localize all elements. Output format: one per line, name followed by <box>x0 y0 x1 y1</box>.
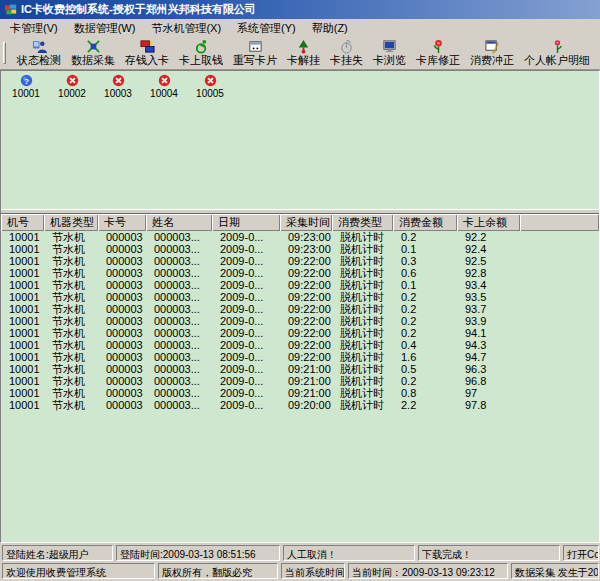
table-cell: 节水机 <box>44 351 98 363</box>
table-row[interactable]: 10001节水机000003000003...2009-0...09:22:00… <box>1 291 599 303</box>
table-cell: 10001 <box>1 387 44 399</box>
column-header-7[interactable]: 消费金额 <box>393 214 457 231</box>
column-header-5[interactable]: 采集时间 <box>280 214 332 231</box>
card-db-fix-button[interactable]: 卡库修正 <box>411 38 465 69</box>
table-cell: 000003 <box>98 399 146 411</box>
table-cell-filler <box>520 339 599 351</box>
table-cell: 节水机 <box>44 231 98 243</box>
column-header-2[interactable]: 卡号 <box>98 214 146 231</box>
table-cell: 2009-0... <box>212 231 280 243</box>
table-cell: 09:22:00 <box>280 303 332 315</box>
card-browse-button[interactable]: 卡浏览 <box>368 38 411 69</box>
menu-data-management[interactable]: 数据管理(W) <box>66 19 144 38</box>
table-body: 10001节水机000003000003...2009-0...09:23:00… <box>1 231 599 411</box>
table-cell: 10001 <box>1 255 44 267</box>
column-header-6[interactable]: 消费类型 <box>332 214 393 231</box>
menu-help[interactable]: 帮助(Z) <box>304 19 356 38</box>
table-row[interactable]: 10001节水机000003000003...2009-0...09:22:00… <box>1 339 599 351</box>
table-row[interactable]: 10001节水机000003000003...2009-0...09:21:00… <box>1 387 599 399</box>
toolbar-grip[interactable] <box>3 42 6 64</box>
table-cell-filler <box>520 387 599 399</box>
table-cell: 节水机 <box>44 303 98 315</box>
table-row[interactable]: 10001节水机000003000003...2009-0...09:22:00… <box>1 327 599 339</box>
rewrite-card-icon <box>248 39 263 54</box>
menu-system-management[interactable]: 系统管理(Y) <box>229 19 304 38</box>
table-row[interactable]: 10001节水机000003000003...2009-0...09:22:00… <box>1 351 599 363</box>
table-row[interactable]: 10001节水机000003000003...2009-0...09:22:00… <box>1 315 599 327</box>
machine-item-10002[interactable]: 10002 <box>52 74 92 99</box>
table-cell: 脱机计时 <box>332 267 393 279</box>
status-panel: 当前时间：2009-03-13 09:23:12 <box>348 563 508 579</box>
table-cell: 10001 <box>1 327 44 339</box>
table-cell: 000003... <box>146 339 212 351</box>
table-cell: 节水机 <box>44 339 98 351</box>
machine-item-10003[interactable]: 10003 <box>98 74 138 99</box>
table-row[interactable]: 10001节水机000003000003...2009-0...09:21:00… <box>1 375 599 387</box>
table-row[interactable]: 10001节水机000003000003...2009-0...09:23:00… <box>1 243 599 255</box>
data-collect-button[interactable]: 数据采集 <box>66 38 120 69</box>
title-bar[interactable]: IC卡收费控制系统-授权于郑州兴邦科技有限公司 <box>0 0 600 19</box>
rewrite-card-button[interactable]: 重写卡片 <box>228 38 282 69</box>
column-header-3[interactable]: 姓名 <box>146 214 212 231</box>
table-row[interactable]: 10001节水机000003000003...2009-0...09:22:00… <box>1 255 599 267</box>
table-cell: 000003... <box>146 327 212 339</box>
table-cell: 96.3 <box>457 363 520 375</box>
column-header-4[interactable]: 日期 <box>212 214 280 231</box>
records-table: 机号机器类型卡号姓名日期采集时间消费类型消费金额卡上余额 10001节水机000… <box>1 214 599 411</box>
toolbar-button-label: 状态检测 <box>17 54 61 67</box>
table-cell: 0.2 <box>393 375 457 387</box>
machine-id-label: 10004 <box>150 88 178 99</box>
table-cell: 94.3 <box>457 339 520 351</box>
table-cell: 000003 <box>98 351 146 363</box>
reverse-consume-button[interactable]: 消费冲正 <box>465 38 519 69</box>
table-cell: 2009-0... <box>212 375 280 387</box>
status-panel: 登陆时间:2009-03-13 08:51:56 <box>116 545 280 561</box>
table-cell-filler <box>520 351 599 363</box>
machine-item-10005[interactable]: 10005 <box>190 74 230 99</box>
table-cell: 脱机计时 <box>332 231 393 243</box>
table-cell: 000003... <box>146 303 212 315</box>
table-cell: 09:21:00 <box>280 387 332 399</box>
table-cell: 节水机 <box>44 243 98 255</box>
table-cell: 09:23:00 <box>280 231 332 243</box>
column-header-1[interactable]: 机器类型 <box>44 214 98 231</box>
status-panel: 当前系统时间 <box>281 563 345 579</box>
status-detect-button[interactable]: 状态检测 <box>12 38 66 69</box>
table-cell: 2009-0... <box>212 255 280 267</box>
table-cell: 0.4 <box>393 339 457 351</box>
table-cell-filler <box>520 375 599 387</box>
table-cell: 000003 <box>98 255 146 267</box>
menu-machine-management[interactable]: 节水机管理(X) <box>143 19 229 38</box>
table-row[interactable]: 10001节水机000003000003...2009-0...09:20:00… <box>1 399 599 411</box>
table-row[interactable]: 10001节水机000003000003...2009-0...09:22:00… <box>1 303 599 315</box>
table-cell: 脱机计时 <box>332 315 393 327</box>
error-icon <box>112 74 125 87</box>
column-header-0[interactable]: 机号 <box>1 214 44 231</box>
deposit-to-card-button[interactable]: 存钱入卡 <box>120 38 174 69</box>
status-bar-bottom: 欢迎使用收费管理系统版权所有，翻版必究当前系统时间当前时间：2009-03-13… <box>0 563 600 580</box>
account-detail-button[interactable]: 个人帐户明细 <box>519 38 595 69</box>
column-header-8[interactable]: 卡上余额 <box>457 214 520 231</box>
table-cell: 09:22:00 <box>280 267 332 279</box>
svg-text:?: ? <box>24 77 29 86</box>
table-cell: 10001 <box>1 351 44 363</box>
menu-card-management[interactable]: 卡管理(V) <box>2 19 66 38</box>
toolbar-button-label: 卡挂失 <box>330 54 363 67</box>
machine-item-10004[interactable]: 10004 <box>144 74 184 99</box>
table-cell: 000003 <box>98 375 146 387</box>
client-area: ?1000110002100031000410005 机号机器类型卡号姓名日期采… <box>0 70 600 543</box>
machine-item-10001[interactable]: ?10001 <box>6 74 46 99</box>
card-unhang-button[interactable]: 卡解挂 <box>282 38 325 69</box>
table-cell: 2009-0... <box>212 327 280 339</box>
card-loss-button[interactable]: 卡挂失 <box>325 38 368 69</box>
withdraw-from-card-button[interactable]: 卡上取钱 <box>174 38 228 69</box>
table-row[interactable]: 10001节水机000003000003...2009-0...09:22:00… <box>1 267 599 279</box>
table-row[interactable]: 10001节水机000003000003...2009-0...09:22:00… <box>1 279 599 291</box>
table-row[interactable]: 10001节水机000003000003...2009-0...09:21:00… <box>1 363 599 375</box>
toolbar-button-label: 卡上取钱 <box>179 54 223 67</box>
table-cell: 2009-0... <box>212 303 280 315</box>
status-panel: 版权所有，翻版必究 <box>158 563 278 579</box>
machine-strip: ?1000110002100031000410005 <box>6 74 230 99</box>
table-cell: 000003 <box>98 243 146 255</box>
table-row[interactable]: 10001节水机000003000003...2009-0...09:23:00… <box>1 231 599 243</box>
